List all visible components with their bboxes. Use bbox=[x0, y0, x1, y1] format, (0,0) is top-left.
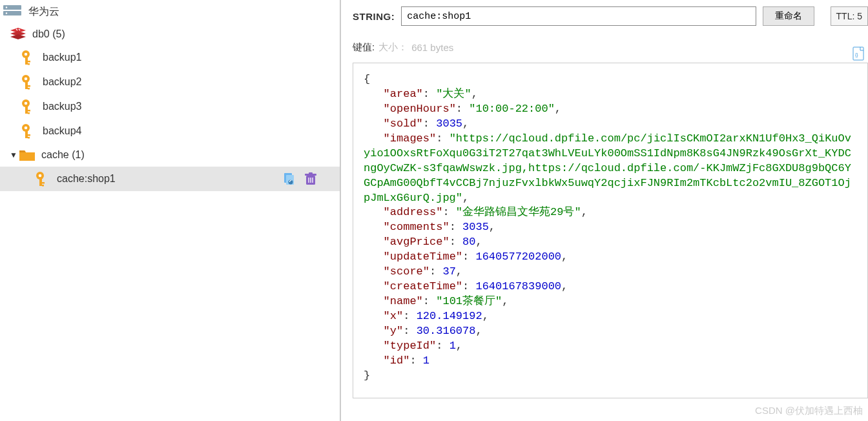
tree-key-backup4[interactable]: backup4 bbox=[0, 119, 340, 143]
tree-server[interactable]: 华为云 bbox=[0, 0, 340, 23]
svg-point-3 bbox=[6, 12, 7, 14]
key-icon bbox=[19, 74, 37, 90]
db-label: db0 (5) bbox=[32, 28, 65, 40]
svg-rect-21 bbox=[25, 131, 28, 138]
main-panel: STRING: 重命名 TTL: 5 键值: 大小： 661 bytes {} … bbox=[341, 0, 868, 421]
key-icon bbox=[19, 123, 37, 139]
svg-rect-18 bbox=[28, 112, 30, 114]
svg-rect-8 bbox=[28, 63, 30, 65]
copy-icon[interactable] bbox=[282, 172, 296, 186]
svg-point-15 bbox=[25, 102, 28, 105]
svg-rect-26 bbox=[39, 179, 42, 186]
key-header: STRING: 重命名 TTL: 5 bbox=[353, 6, 868, 26]
key-label: cache:shop1 bbox=[57, 173, 116, 185]
key-label: backup2 bbox=[43, 76, 82, 88]
folder-icon bbox=[18, 147, 36, 163]
svg-point-2 bbox=[6, 6, 7, 8]
chevron-down-icon[interactable]: ▼ bbox=[9, 150, 18, 159]
svg-rect-11 bbox=[25, 82, 28, 89]
delete-icon[interactable] bbox=[304, 172, 318, 186]
svg-rect-27 bbox=[42, 182, 45, 184]
svg-point-25 bbox=[39, 174, 42, 178]
sidebar: 华为云 db0 (5) backup1 backup2 backup3 back… bbox=[0, 0, 341, 421]
size-label: 大小： bbox=[378, 41, 408, 54]
svg-rect-22 bbox=[28, 134, 30, 136]
tree-folder-cache[interactable]: ▼ cache (1) bbox=[0, 143, 340, 167]
svg-rect-23 bbox=[28, 137, 30, 139]
svg-rect-17 bbox=[28, 110, 30, 112]
key-label: backup3 bbox=[43, 101, 82, 112]
server-name: 华为云 bbox=[28, 5, 59, 19]
value-meta: 键值: 大小： 661 bytes bbox=[353, 41, 868, 54]
rename-button[interactable]: 重命名 bbox=[763, 6, 814, 26]
tree-db[interactable]: db0 (5) bbox=[0, 23, 340, 45]
svg-point-5 bbox=[25, 53, 28, 56]
key-icon bbox=[19, 49, 37, 66]
folder-label: cache (1) bbox=[41, 149, 85, 161]
size-value: 661 bytes bbox=[411, 42, 453, 53]
database-icon bbox=[9, 27, 27, 41]
value-viewer[interactable]: { "area": "大关", "openHours": "10:00-22:0… bbox=[353, 63, 868, 398]
svg-rect-13 bbox=[28, 88, 30, 90]
tree-key-backup1[interactable]: backup1 bbox=[0, 45, 340, 70]
key-label: backup4 bbox=[43, 125, 82, 137]
tree-key-cache-shop1[interactable]: cache:shop1 bbox=[0, 167, 340, 191]
tree-key-backup2[interactable]: backup2 bbox=[0, 70, 340, 94]
key-name-input[interactable] bbox=[401, 6, 756, 26]
tree-key-backup3[interactable]: backup3 bbox=[0, 94, 340, 119]
ttl-box[interactable]: TTL: 5 bbox=[831, 6, 868, 26]
svg-text:{}: {} bbox=[855, 52, 858, 57]
svg-point-10 bbox=[25, 77, 28, 81]
type-label: STRING: bbox=[353, 11, 395, 22]
key-icon bbox=[19, 98, 37, 115]
server-icon bbox=[3, 4, 23, 19]
svg-rect-12 bbox=[28, 85, 30, 87]
key-icon bbox=[34, 170, 52, 187]
json-view-icon[interactable]: {} bbox=[852, 46, 864, 61]
svg-rect-16 bbox=[25, 107, 28, 114]
svg-point-20 bbox=[25, 127, 28, 130]
svg-rect-6 bbox=[25, 57, 28, 65]
svg-rect-7 bbox=[28, 61, 30, 63]
svg-rect-34 bbox=[309, 172, 313, 174]
key-label: backup1 bbox=[43, 52, 82, 63]
value-label: 键值: bbox=[353, 41, 375, 54]
svg-rect-28 bbox=[42, 185, 44, 187]
